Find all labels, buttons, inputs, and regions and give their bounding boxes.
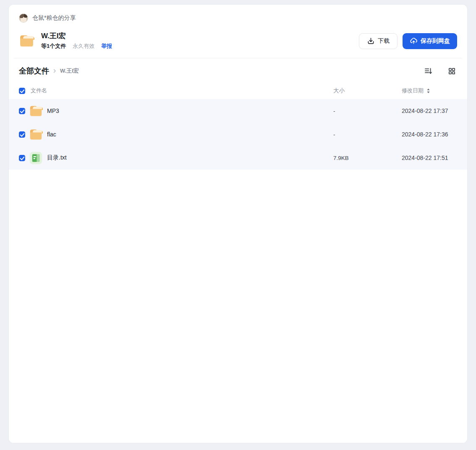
file-info-texts: W.王I宏 等1个文件 永久有效 举报: [41, 32, 359, 50]
save-button-label: 保存到网盘: [421, 37, 450, 45]
action-buttons: 下载 保存到网盘: [359, 33, 457, 49]
column-header-size: 大小: [333, 87, 402, 94]
validity-label: 永久有效: [73, 42, 94, 50]
grid-view-button[interactable]: [446, 65, 457, 76]
grid-view-icon: [448, 67, 456, 75]
file-info-section: W.王I宏 等1个文件 永久有效 举报 下载: [9, 23, 467, 50]
file-modified-date: 2024-08-22 17:36: [402, 131, 457, 138]
select-all-checkbox[interactable]: [19, 88, 25, 94]
text-file-icon: [29, 151, 43, 165]
file-name: 目录.txt: [47, 154, 67, 162]
share-title: 仓鼠*粮仓的分享: [32, 14, 76, 22]
save-to-drive-button[interactable]: 保存到网盘: [403, 33, 457, 49]
breadcrumb-current: W.王I宏: [60, 67, 79, 75]
sort-arrows-icon[interactable]: [426, 88, 430, 94]
sort-list-icon: [424, 67, 432, 75]
sharer-avatar: [19, 13, 28, 23]
file-row-mp3[interactable]: MP3 - 2024-08-22 17:37: [9, 99, 467, 123]
file-name: flac: [47, 131, 56, 138]
file-name: MP3: [47, 107, 59, 114]
row-checkbox[interactable]: [19, 155, 25, 161]
file-size: 7.9KB: [333, 155, 402, 161]
download-icon: [367, 37, 375, 45]
row-checkbox[interactable]: [19, 131, 25, 138]
file-size: -: [333, 108, 402, 114]
file-size: -: [333, 131, 402, 138]
column-header-filename: 文件名: [31, 87, 47, 94]
report-link[interactable]: 举报: [101, 42, 112, 50]
shared-file-name: W.王I宏: [41, 32, 359, 40]
file-modified-date: 2024-08-22 17:51: [402, 154, 457, 161]
breadcrumb-root[interactable]: 全部文件: [19, 66, 49, 76]
chevron-right-icon: [52, 69, 57, 73]
download-button-label: 下载: [378, 37, 390, 45]
table-header-row: 文件名 大小 修改日期: [9, 82, 467, 99]
download-button[interactable]: 下载: [359, 33, 398, 49]
breadcrumb-toolbar: 全部文件 W.王I宏: [9, 58, 467, 76]
folder-icon: [19, 33, 34, 49]
row-checkbox[interactable]: [19, 108, 25, 114]
file-modified-date: 2024-08-22 17:37: [402, 107, 457, 114]
share-header: 仓鼠*粮仓的分享: [9, 5, 467, 23]
file-list: MP3 - 2024-08-22 17:37 flac - 2024-08-22…: [9, 99, 467, 170]
cloud-upload-icon: [410, 37, 418, 45]
share-page-card: 仓鼠*粮仓的分享 W.王I宏 等1个文件 永久有效 举报: [8, 4, 468, 443]
file-row-flac[interactable]: flac - 2024-08-22 17:36: [9, 123, 467, 146]
file-count-label: 等1个文件: [41, 42, 66, 50]
file-row-txt[interactable]: 目录.txt 7.9KB 2024-08-22 17:51: [9, 146, 467, 170]
folder-icon: [29, 128, 43, 141]
folder-icon: [29, 104, 43, 118]
empty-area: [9, 170, 467, 443]
sort-list-view-button[interactable]: [423, 65, 434, 76]
column-header-modified: 修改日期: [402, 87, 424, 94]
